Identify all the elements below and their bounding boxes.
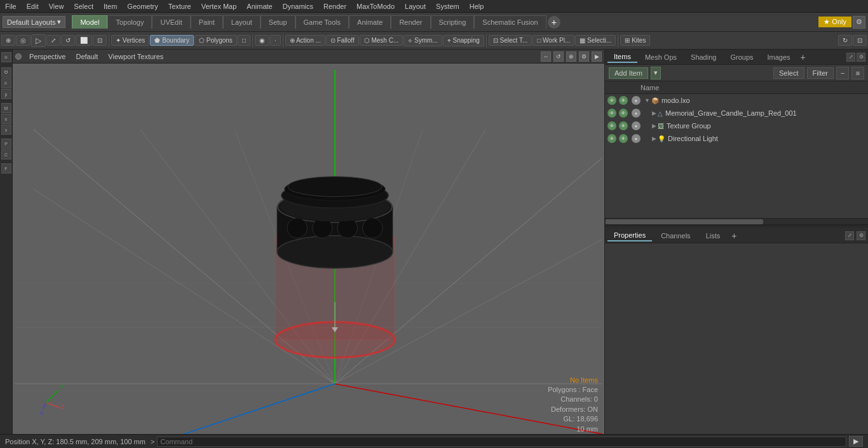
item-expand-directional-light[interactable]: ▶ [652,135,656,142]
item-eye-directional-light[interactable]: 👁 [607,134,616,143]
item-render-texture-group[interactable]: ● [632,121,641,130]
menu-item[interactable]: Item [98,1,122,11]
tab-lists[interactable]: Lists [700,231,727,241]
menu-vertex-map[interactable]: Vertex Map [196,1,242,11]
layout-dropdown[interactable]: Default Layouts ▾ [3,16,65,28]
item-expand-texture-group[interactable]: ▶ [652,123,656,129]
menu-texture[interactable]: Texture [163,1,196,11]
menu-select[interactable]: Select [69,1,98,11]
item-row-texture-group[interactable]: 👁 👁 ● ▶ 🖼 Texture Group [605,119,868,132]
viewport-textures-label[interactable]: Viewport Textures [105,52,166,61]
sidebar-duplicate2[interactable]: u [1,78,11,88]
tab-animate[interactable]: Animate [349,15,391,29]
boundary-btn[interactable]: ⬟ Boundary [150,35,194,46]
dot-btn[interactable]: · [270,35,281,46]
viewport-perspective-label[interactable]: Perspective [27,52,68,61]
tab-schematic-fusion[interactable]: Schematic Fusion [474,15,546,29]
add-tab-button[interactable]: + [548,16,560,29]
sidebar-f[interactable]: F [1,163,11,173]
mesh-c-btn[interactable]: ⬡ Mesh C... [360,35,403,46]
filter-button[interactable]: Filter [807,67,834,79]
command-exec-button[interactable]: ▶ [849,436,863,447]
item-row-directional-light[interactable]: 👁 👁 ● ▶ 💡 Directional Light [605,132,868,145]
tab-model[interactable]: Model [72,15,107,29]
tab-scripting[interactable]: Scripting [431,15,475,29]
item-eye2-memorial[interactable]: 👁 [619,109,628,118]
sidebar-m[interactable]: M [1,103,11,113]
display-btn[interactable]: ⊡ [853,35,867,46]
circle-btn[interactable]: ◉ [255,35,269,46]
select-t-btn[interactable]: ⊡ Select T... [489,35,532,46]
menu-view[interactable]: View [44,1,69,11]
panel-minus-btn[interactable]: − [836,67,849,79]
menu-dynamics[interactable]: Dynamics [278,1,318,11]
viewport[interactable]: Perspective Default Viewport Textures ↔ … [13,50,604,434]
scale-btn[interactable]: ⬜ [76,35,92,46]
item-eye-memorial[interactable]: 👁 [607,109,616,118]
menu-help[interactable]: Help [465,1,489,11]
kites-btn[interactable]: ⊞ Kites [620,35,650,46]
tab-shading[interactable]: Shading [684,52,722,62]
menu-layout[interactable]: Layout [400,1,431,11]
tab-mesh-ops[interactable]: Mesh Ops [639,52,683,62]
tab-channels[interactable]: Channels [654,231,696,241]
menu-edit[interactable]: Edit [22,1,44,11]
sidebar-dup3[interactable]: p [1,89,11,99]
item-eye-modo-lxo[interactable]: 👁 [607,96,616,105]
action-btn[interactable]: ⊕ Action ... [285,35,325,46]
refresh-btn[interactable]: ↻ [838,35,852,46]
panel-more-btn[interactable]: ≡ [851,67,864,79]
tab-render[interactable]: Render [391,15,430,29]
tab-groups[interactable]: Groups [724,52,759,62]
symm-btn[interactable]: ⟡ Symm... [403,35,442,46]
sidebar-c[interactable]: C [1,149,11,160]
item-render-directional-light[interactable]: ● [632,134,641,143]
item-row-memorial[interactable]: 👁 👁 ● ▶ △ Memorial_Grave_Candle_Lamp_Red… [605,107,868,119]
command-input[interactable] [157,437,846,447]
viewport-ctrl-5[interactable]: ▶ [592,51,602,62]
item-expand-modo-lxo[interactable]: ▼ [644,97,650,104]
viewport-ctrl-1[interactable]: ↔ [541,51,551,62]
item-render-modo-lxo[interactable]: ● [632,96,641,105]
sidebar-duplicate[interactable]: D [1,67,11,78]
item-row-modo-lxo[interactable]: 👁 👁 ● ▼ 📦 modo.lxo [605,94,868,107]
falloff-btn[interactable]: ⊙ Falloff [326,35,359,46]
cursor-btn[interactable]: ▷ [31,34,46,47]
layout-options-button[interactable]: ⚙ [853,16,865,29]
star-only-button[interactable]: ★ Only [818,17,851,27]
rotate-btn[interactable]: ↺ [61,35,75,46]
tab-game-tools[interactable]: Game Tools [295,15,349,29]
viewport-ctrl-4[interactable]: ⚙ [579,51,589,62]
panel-expand-btn[interactable]: ⤢ [846,53,855,62]
viewport-default-label[interactable]: Default [73,52,100,61]
sidebar-sh[interactable]: s [1,125,11,135]
viewport-ctrl-2[interactable]: ↺ [553,51,564,62]
tab-layout[interactable]: Layout [223,15,261,29]
select-mode-btn[interactable]: □ [238,35,250,46]
add-panel-tab-button[interactable]: + [798,52,808,62]
item-expand-memorial[interactable]: ▶ [652,110,656,116]
items-list[interactable]: 👁 👁 ● ▼ 📦 modo.lxo 👁 👁 ● ▶ △ Memorial_Gr… [605,94,868,218]
item-eye2-modo-lxo[interactable]: 👁 [619,96,628,105]
world-space-btn[interactable]: ⊕ [1,35,15,46]
viewport-canvas[interactable]: Y Z X No Items Polygons : Face Channels:… [13,64,604,434]
select-button[interactable]: Select [773,67,804,79]
polygons-btn[interactable]: ⬠ Polygons [194,35,237,46]
origin-btn[interactable]: ◎ [16,35,31,46]
menu-geometry[interactable]: Geometry [122,1,163,11]
transform-btn[interactable]: ⊡ [93,35,107,46]
tab-properties[interactable]: Properties [607,230,652,241]
tab-uvedit[interactable]: UVEdit [152,15,190,29]
scrollbar-thumb[interactable] [606,219,763,224]
tab-setup[interactable]: Setup [261,15,295,29]
menu-system[interactable]: System [431,1,465,11]
tab-paint[interactable]: Paint [191,15,223,29]
menu-file[interactable]: File [0,1,22,11]
add-item-dropdown[interactable]: ▾ [651,67,661,79]
panel-collapse-btn[interactable]: ⚙ [857,53,865,62]
add-bottom-tab-button[interactable]: + [729,231,739,241]
selecti-btn[interactable]: ▦ Selecti... [575,35,616,46]
viewport-dot[interactable] [15,53,22,60]
menu-maxtomodo[interactable]: MaxToModo [351,1,400,11]
bottom-settings-btn[interactable]: ⚙ [857,231,865,240]
